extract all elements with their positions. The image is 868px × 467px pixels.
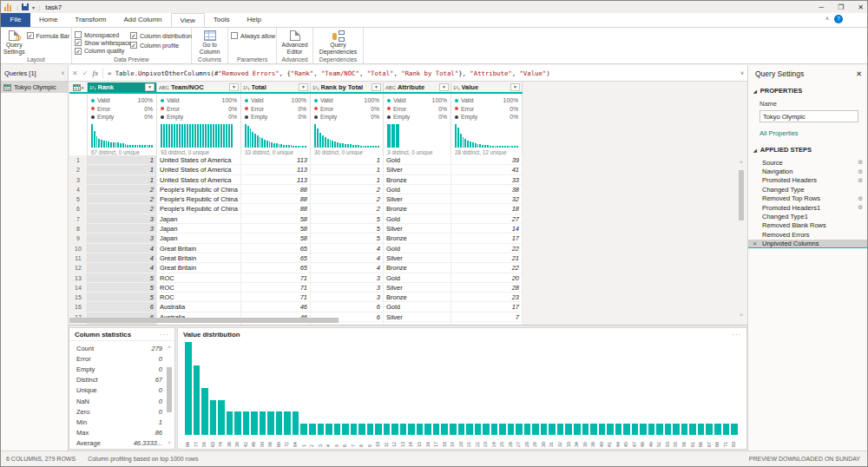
table-cell[interactable]: 46 (241, 302, 311, 311)
distribution-bar[interactable] (599, 424, 606, 435)
table-cell[interactable]: Bronze (384, 293, 451, 301)
checkbox-always-allow[interactable]: Always allow (231, 31, 275, 40)
distribution-bar[interactable] (458, 424, 465, 435)
table-cell[interactable]: ROC (157, 273, 241, 282)
table-cell[interactable]: Australia (157, 302, 241, 311)
horizontal-scrollbar[interactable] (69, 318, 733, 324)
column-profile-team-noc[interactable]: Valid100%Error0%Empty0%93 distinct, 0 un… (157, 94, 241, 156)
distribution-bar[interactable] (549, 424, 556, 435)
maximize-button[interactable]: ❐ (838, 3, 844, 11)
table-cell[interactable]: ROC (157, 283, 241, 292)
formula-input[interactable]: = Table.UnpivotOtherColumns(#"Removed Er… (108, 69, 736, 77)
table-cell[interactable]: Gold (384, 244, 451, 253)
table-cell[interactable]: 3 (88, 224, 157, 233)
distribution-bar[interactable] (234, 411, 241, 435)
row-number[interactable]: 4 (69, 185, 88, 194)
distribution-bar[interactable] (243, 411, 250, 435)
distribution-bar[interactable] (475, 424, 482, 435)
applied-step-source[interactable]: Source⚙ (748, 158, 868, 167)
row-number[interactable]: 3 (69, 175, 88, 184)
scrollbar-thumb[interactable] (739, 170, 744, 220)
table-cell[interactable]: 2 (88, 185, 157, 194)
distribution-bar[interactable] (384, 424, 391, 435)
table-cell[interactable]: 22 (451, 263, 523, 272)
checkbox-monospaced[interactable]: Monospaced (75, 31, 128, 38)
scroll-up-icon[interactable]: ˄ (166, 345, 173, 350)
distribution-bar[interactable] (424, 424, 431, 435)
distribution-bar[interactable] (251, 411, 258, 435)
distribution-bar[interactable] (673, 424, 680, 435)
table-cell[interactable]: United States of America (157, 155, 241, 164)
distribution-bar[interactable] (656, 424, 663, 435)
distribution-bar[interactable] (640, 424, 647, 435)
tab-add-column[interactable]: Add Column (115, 13, 171, 27)
row-number[interactable]: 15 (69, 293, 88, 301)
applied-step-removed-top-rows[interactable]: Removed Top Rows⚙ (748, 194, 868, 203)
table-cell[interactable]: 20 (451, 273, 523, 282)
filter-dropdown-icon[interactable]: ▼ (439, 83, 449, 91)
table-cell[interactable]: 17 (451, 302, 523, 311)
row-number[interactable]: 16 (69, 302, 88, 311)
table-cell[interactable]: Great Britain (157, 253, 241, 262)
table-cell[interactable]: 58 (241, 224, 311, 233)
table-cell[interactable]: 39 (451, 155, 523, 164)
table-cell[interactable]: 1 (88, 165, 157, 174)
help-icon[interactable]: ? (834, 15, 843, 23)
step-settings-gear-icon[interactable]: ⚙ (858, 195, 863, 202)
checkbox-column-distribution[interactable]: ✓Column distribution (130, 31, 192, 40)
distribution-bar[interactable] (615, 424, 622, 435)
distribution-bar[interactable] (623, 424, 630, 435)
row-number[interactable]: 9 (69, 234, 88, 242)
table-cell[interactable]: Silver (384, 224, 451, 233)
step-settings-gear-icon[interactable]: ⚙ (858, 168, 863, 175)
table-cell[interactable]: 71 (241, 273, 311, 282)
distribution-bar[interactable] (698, 424, 705, 435)
table-cell[interactable]: 22 (451, 244, 523, 253)
row-number[interactable]: 11 (69, 253, 88, 262)
table-cell[interactable]: 1 (311, 165, 384, 174)
distribution-bar[interactable] (499, 424, 506, 435)
applied-step-navigation[interactable]: Navigation⚙ (748, 167, 868, 175)
table-cell[interactable]: 27 (451, 214, 523, 223)
table-cell[interactable]: 23 (451, 293, 523, 301)
table-cell[interactable]: 65 (241, 263, 311, 272)
table-cell[interactable]: Japan (157, 214, 241, 223)
filter-dropdown-icon[interactable]: ▼ (372, 83, 381, 91)
stats-scrollbar[interactable]: ˄ ˅ (166, 345, 173, 445)
close-button[interactable]: ✕ (858, 3, 864, 11)
column-header-total[interactable]: 1²₃Total▼ (241, 82, 311, 92)
scrollbar-thumb[interactable] (69, 318, 339, 323)
step-settings-gear-icon[interactable]: ⚙ (858, 159, 863, 166)
step-settings-gear-icon[interactable]: ⚙ (858, 177, 863, 184)
distribution-bar[interactable] (342, 424, 349, 435)
checkbox-column-quality[interactable]: ✓Column quality (75, 48, 128, 55)
table-cell[interactable]: 2 (311, 194, 384, 203)
table-cell[interactable]: Bronze (384, 175, 451, 184)
distribution-bar[interactable] (557, 424, 564, 435)
table-cell[interactable]: 1 (88, 175, 157, 184)
table-cell[interactable]: 5 (311, 224, 384, 233)
table-cell[interactable]: 41 (451, 165, 523, 174)
table-cell[interactable]: Bronze (384, 234, 451, 242)
row-number[interactable]: 1 (69, 155, 88, 164)
applied-step-promoted-headers1[interactable]: Promoted Headers1⚙ (748, 203, 868, 212)
table-cell[interactable]: 113 (241, 165, 311, 174)
table-cell[interactable]: Silver (384, 165, 451, 174)
table-cell[interactable]: 2 (88, 194, 157, 203)
distribution-bar[interactable] (508, 424, 515, 435)
table-cell[interactable]: 88 (241, 194, 311, 203)
tab-transform[interactable]: Transform (66, 13, 115, 27)
table-cell[interactable]: Silver (384, 253, 451, 262)
table-cell[interactable]: Bronze (384, 204, 451, 213)
distribution-bar[interactable] (417, 424, 424, 435)
row-number[interactable]: 2 (69, 165, 88, 174)
row-number[interactable]: 7 (69, 214, 88, 223)
table-cell[interactable]: 88 (241, 185, 311, 194)
delete-step-icon[interactable]: ✕ (753, 240, 757, 247)
commit-formula-icon[interactable]: ✓ (82, 69, 89, 77)
column-header-team-noc[interactable]: ABCTeam/NOC▼ (157, 82, 241, 92)
table-cell[interactable]: 5 (88, 273, 157, 282)
expand-formula-icon[interactable]: ˅ (740, 70, 744, 76)
distribution-bar[interactable] (731, 424, 738, 435)
table-cell[interactable]: 1 (88, 155, 157, 164)
